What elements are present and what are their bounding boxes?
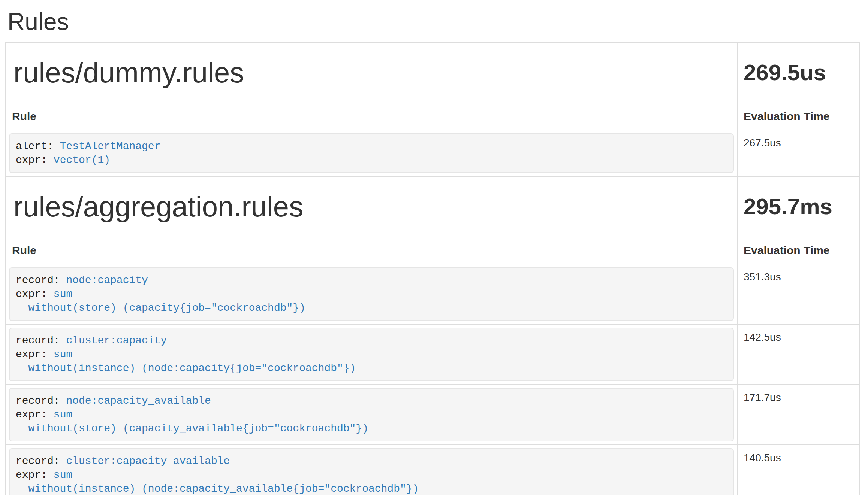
rule-keyword: record: (16, 455, 66, 467)
group-total-eval-time: 269.5us (744, 59, 853, 86)
rule-row: alert: TestAlertManagerexpr: vector(1) 2… (6, 130, 859, 176)
rule-definition-cell: alert: TestAlertManagerexpr: vector(1) (6, 130, 737, 176)
rules-table: rules/dummy.rules 269.5us Rule Evaluatio… (5, 42, 860, 495)
rule-row: record: node:capacity_availableexpr: sum… (6, 385, 859, 445)
group-total-eval-time: 295.7ms (744, 193, 853, 220)
rule-code-line: record: node:capacity_available (16, 394, 727, 408)
rule-keyword: expr: (16, 349, 54, 360)
rule-code-line: alert: TestAlertManager (16, 139, 727, 153)
rule-keyword: record: (16, 274, 66, 286)
rules-page: Rules rules/dummy.rules 269.5us Rule Eva… (0, 7, 868, 495)
group-total-cell: 269.5us (737, 42, 859, 103)
column-header-row: Rule Evaluation Time (6, 103, 859, 130)
rule-expr-link[interactable]: vector(1) (54, 154, 110, 166)
rule-row: record: node:capacityexpr: sum without(s… (6, 264, 859, 324)
rule-eval-time: 140.5us (737, 445, 859, 495)
rule-group-file-name: rules/aggregation.rules (13, 189, 731, 225)
rule-eval-time: 267.5us (737, 130, 859, 176)
rule-code-line: expr: sum (16, 468, 727, 482)
rule-definition: alert: TestAlertManagerexpr: vector(1) (9, 133, 734, 173)
column-header-eval-time: Evaluation Time (737, 103, 859, 130)
rule-definition: record: cluster:capacity_availableexpr: … (9, 448, 734, 495)
column-header-row: Rule Evaluation Time (6, 237, 859, 264)
rule-keyword: record: (16, 395, 66, 407)
rule-expr-link[interactable]: sum (54, 288, 72, 300)
page-title: Rules (7, 7, 860, 36)
rule-name-link[interactable]: cluster:capacity_available (66, 455, 230, 467)
group-header-row: rules/aggregation.rules 295.7ms (6, 176, 859, 237)
group-header-row: rules/dummy.rules 269.5us (6, 42, 859, 103)
rule-keyword: record: (16, 335, 66, 346)
rule-definition-cell: record: node:capacity_availableexpr: sum… (6, 385, 737, 445)
column-header-eval-time: Evaluation Time (737, 237, 859, 264)
rule-row: record: cluster:capacity_availableexpr: … (6, 445, 859, 495)
rule-expr-link[interactable]: without(instance) (node:capacity_availab… (28, 483, 419, 495)
rule-code-line: record: cluster:capacity (16, 334, 727, 347)
rule-keyword: alert: (16, 140, 60, 152)
group-total-cell: 295.7ms (737, 176, 859, 237)
rule-expr-link[interactable]: without(store) (capacity{job="cockroachd… (28, 302, 305, 314)
rule-definition-cell: record: cluster:capacityexpr: sum withou… (6, 324, 737, 385)
rule-keyword: expr: (16, 288, 54, 300)
rule-name-link[interactable]: cluster:capacity (66, 335, 167, 346)
rule-expr-link[interactable]: sum (54, 409, 72, 420)
rule-keyword: expr: (16, 409, 54, 420)
rule-name-link[interactable]: node:capacity (66, 274, 148, 286)
rule-code-line: record: cluster:capacity_available (16, 454, 727, 468)
rule-indent (16, 423, 28, 434)
rule-code-line: without(store) (capacity_available{job="… (16, 422, 727, 435)
group-file-cell: rules/aggregation.rules (6, 176, 737, 237)
rule-code-line: expr: sum (16, 408, 727, 422)
rule-group-file-name: rules/dummy.rules (13, 55, 731, 91)
rule-code-line: expr: vector(1) (16, 153, 727, 167)
rule-eval-time: 351.3us (737, 264, 859, 324)
group-file-cell: rules/dummy.rules (6, 42, 737, 103)
rule-name-link[interactable]: node:capacity_available (66, 395, 211, 407)
rule-expr-link[interactable]: sum (54, 469, 72, 481)
column-header-rule: Rule (6, 237, 737, 264)
rule-definition-cell: record: node:capacityexpr: sum without(s… (6, 264, 737, 324)
rule-code-line: record: node:capacity (16, 273, 727, 287)
rule-definition-cell: record: cluster:capacity_availableexpr: … (6, 445, 737, 495)
rule-definition: record: node:capacityexpr: sum without(s… (9, 267, 734, 321)
rule-definition: record: cluster:capacityexpr: sum withou… (9, 328, 734, 381)
rule-code-line: without(instance) (node:capacity{job="co… (16, 361, 727, 375)
rule-expr-link[interactable]: sum (54, 349, 72, 360)
rule-expr-link[interactable]: without(instance) (node:capacity{job="co… (28, 362, 356, 374)
rule-code-line: without(instance) (node:capacity_availab… (16, 482, 727, 495)
column-header-rule: Rule (6, 103, 737, 130)
rule-eval-time: 142.5us (737, 324, 859, 385)
rule-indent (16, 362, 28, 374)
rule-eval-time: 171.7us (737, 385, 859, 445)
rule-expr-link[interactable]: without(store) (capacity_available{job="… (28, 423, 368, 434)
rule-code-line: without(store) (capacity{job="cockroachd… (16, 301, 727, 315)
rule-indent (16, 483, 28, 495)
rule-code-line: expr: sum (16, 347, 727, 361)
rule-row: record: cluster:capacityexpr: sum withou… (6, 324, 859, 385)
rule-code-line: expr: sum (16, 287, 727, 301)
rule-definition: record: node:capacity_availableexpr: sum… (9, 388, 734, 441)
rule-name-link[interactable]: TestAlertManager (60, 140, 161, 152)
rule-indent (16, 302, 28, 314)
rule-keyword: expr: (16, 469, 54, 481)
rule-keyword: expr: (16, 154, 54, 166)
